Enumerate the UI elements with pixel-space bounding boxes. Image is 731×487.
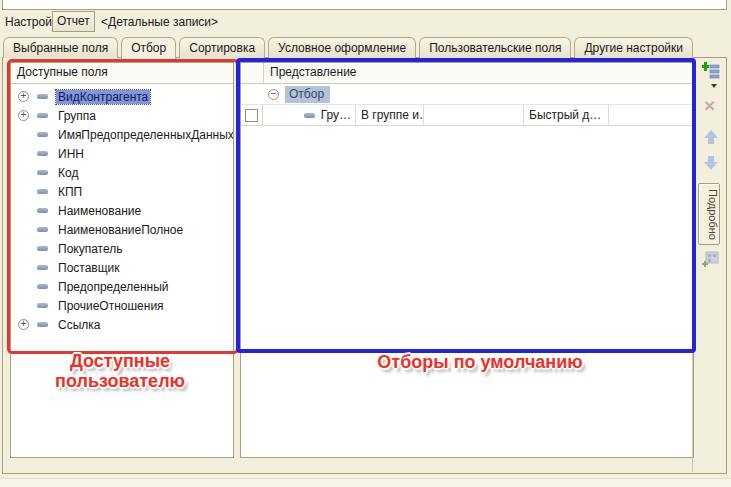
left-annotation-line2: пользователю <box>15 371 225 391</box>
tab[interactable]: Другие настройки <box>574 37 693 58</box>
arrow-down-icon[interactable] <box>703 156 719 172</box>
tab-active[interactable]: Отбор <box>121 37 176 61</box>
grid-add-icon[interactable] <box>702 250 720 268</box>
left-annotation-line1: Доступные <box>15 351 225 371</box>
report-button[interactable]: Отчет <box>52 11 95 32</box>
tab[interactable]: Пользовательские поля <box>419 37 571 58</box>
delete-icon[interactable]: × <box>704 96 715 115</box>
tab-bar: Выбранные поляОтборСортировкаУсловное оф… <box>3 37 693 58</box>
report-name: <Детальные записи> <box>101 15 218 29</box>
left-annotation-caption: Доступные пользователю <box>15 351 225 391</box>
arrow-up-icon[interactable] <box>703 128 719 144</box>
right-annotation-caption: Отборы по умолчанию <box>285 352 675 372</box>
report-settings-window: Настройки: Отчет <Детальные записи> Выбр… <box>0 0 731 487</box>
left-annotation-box <box>7 59 239 354</box>
tab[interactable]: Сортировка <box>179 37 265 58</box>
add-list-item-icon[interactable] <box>702 62 720 80</box>
window-bottom-strip <box>0 478 731 487</box>
upper-field-edge <box>2 0 727 10</box>
right-annotation-box <box>236 58 696 353</box>
add-dropdown-caret-icon[interactable] <box>711 84 717 88</box>
tab[interactable]: Условное оформление <box>268 37 416 58</box>
detail-toggle-button[interactable]: Подробно <box>698 183 720 245</box>
tab[interactable]: Выбранные поля <box>3 37 118 58</box>
